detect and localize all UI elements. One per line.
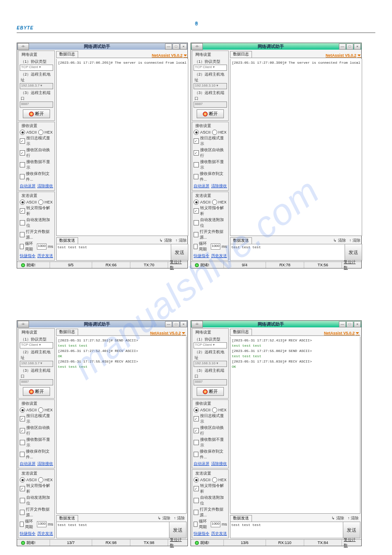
version-link[interactable]: NetAssist V5.0.2⏷ xyxy=(150,331,187,335)
send-check[interactable] xyxy=(194,510,198,515)
send-check[interactable] xyxy=(20,232,25,237)
version-link[interactable]: NetAssist V5.0.2⏷ xyxy=(152,53,188,58)
send-check[interactable] xyxy=(20,220,25,225)
history-link[interactable]: 历史发送 xyxy=(37,253,53,259)
recv-check[interactable] xyxy=(194,452,198,457)
clear-send-button[interactable]: ↳ 清除 xyxy=(330,515,346,521)
ascii-radio[interactable] xyxy=(194,477,199,482)
send-check[interactable] xyxy=(194,220,199,225)
autoscroll-link[interactable]: 自动滚屏 xyxy=(20,183,36,189)
hex-radio[interactable] xyxy=(38,407,43,413)
send-check[interactable]: ✓ xyxy=(194,486,199,491)
loop-check[interactable] xyxy=(20,244,24,249)
disconnect-button[interactable]: 断开 xyxy=(197,109,224,118)
host-input[interactable]: 192.168.3.10 ▾ xyxy=(194,361,227,367)
close-button[interactable]: × xyxy=(354,44,361,50)
recv-check[interactable] xyxy=(20,440,25,445)
disconnect-button[interactable]: 断开 xyxy=(197,387,224,396)
clear-send-button-2[interactable]: ↑ 清除 xyxy=(348,238,362,243)
recv-check[interactable]: ✓ xyxy=(194,150,199,156)
maximize-button[interactable]: □ xyxy=(346,44,353,50)
port-input[interactable]: 8887 xyxy=(194,379,227,385)
recv-check[interactable]: ✓ xyxy=(20,428,25,433)
history-link[interactable]: 历史发送 xyxy=(37,531,53,537)
clear-send-button-2[interactable]: ↑ 清除 xyxy=(172,515,187,521)
port-input[interactable]: 8887 xyxy=(194,102,227,108)
titlebar-menu-icon[interactable]: ·≡· xyxy=(191,321,203,328)
close-button[interactable]: × xyxy=(354,321,361,327)
send-check[interactable] xyxy=(20,498,25,503)
maximize-button[interactable]: □ xyxy=(173,321,180,327)
host-input[interactable]: 192.168.3.7 ▾ xyxy=(20,361,53,367)
loop-interval-input[interactable]: 1000 xyxy=(211,521,220,527)
send-button[interactable]: 发送 xyxy=(171,244,188,260)
loop-check[interactable] xyxy=(194,244,198,249)
titlebar-menu-icon[interactable]: ·≡· xyxy=(18,43,29,50)
autoscroll-link[interactable]: 自动滚屏 xyxy=(20,461,36,467)
reset-count-link[interactable]: 复位计数 xyxy=(168,537,187,548)
ascii-radio[interactable] xyxy=(20,407,25,413)
clear-send-button[interactable]: ↳ 清除 xyxy=(331,238,348,243)
history-link[interactable]: 历史发送 xyxy=(211,531,227,537)
reset-count-link[interactable]: 复位计数 xyxy=(342,537,361,548)
clear-send-button-2[interactable]: ↑ 清除 xyxy=(346,515,360,521)
data-log-tab[interactable]: 数据日志 xyxy=(230,51,252,58)
data-log-tab[interactable]: 数据日志 xyxy=(56,51,78,58)
clear-recv-link[interactable]: 清除接收 xyxy=(211,183,227,189)
send-check[interactable] xyxy=(194,498,199,503)
hex-radio[interactable] xyxy=(38,130,43,135)
send-textarea[interactable]: test test test xyxy=(57,522,169,538)
version-link[interactable]: NetAssist V5.0.2⏷ xyxy=(324,331,360,335)
send-button[interactable]: 发送 xyxy=(169,522,186,538)
protocol-select[interactable]: TCP Client ▾ xyxy=(194,342,227,348)
clear-send-button[interactable]: ↳ 清除 xyxy=(158,238,174,243)
data-send-tab[interactable]: 数据发送 xyxy=(230,515,252,522)
shortcut-link[interactable]: 快捷指令 xyxy=(20,253,36,259)
send-button[interactable]: 发送 xyxy=(343,522,360,538)
hex-radio[interactable] xyxy=(212,407,217,413)
disconnect-button[interactable]: 断开 xyxy=(23,387,50,396)
autoscroll-link[interactable]: 自动滚屏 xyxy=(194,183,209,189)
recv-check[interactable] xyxy=(20,162,25,167)
minimize-button[interactable]: — xyxy=(339,44,346,50)
port-input[interactable]: 8887 xyxy=(20,102,53,108)
data-send-tab[interactable]: 数据发送 xyxy=(230,237,252,244)
ascii-radio[interactable] xyxy=(20,130,25,135)
ascii-radio[interactable] xyxy=(20,477,25,482)
minimize-button[interactable]: — xyxy=(165,321,172,327)
send-textarea[interactable]: test test test xyxy=(57,244,171,260)
hex-radio[interactable] xyxy=(38,200,43,205)
data-log-tab[interactable]: 数据日志 xyxy=(230,329,252,335)
recv-check[interactable] xyxy=(20,174,25,179)
disconnect-button[interactable]: 断开 xyxy=(23,109,50,118)
data-send-tab[interactable]: 数据发送 xyxy=(56,515,78,522)
hex-radio[interactable] xyxy=(212,477,217,482)
maximize-button[interactable]: □ xyxy=(346,321,353,327)
recv-check[interactable] xyxy=(194,162,199,167)
hex-radio[interactable] xyxy=(212,130,217,135)
maximize-button[interactable]: □ xyxy=(173,44,180,50)
recv-check[interactable] xyxy=(194,174,198,179)
ascii-radio[interactable] xyxy=(194,407,199,413)
reset-count-link[interactable]: 复位计数 xyxy=(342,259,361,271)
titlebar[interactable]: ·≡·网络调试助手—□× xyxy=(191,321,361,327)
send-textarea[interactable]: test test test xyxy=(230,244,345,260)
titlebar[interactable]: ·≡·网络调试助手—□× xyxy=(17,43,187,50)
minimize-button[interactable]: — xyxy=(165,44,172,50)
host-input[interactable]: 192.168.3.7 ▾ xyxy=(20,83,53,89)
loop-interval-input[interactable]: 1000 xyxy=(37,243,47,250)
loop-interval-input[interactable]: 1000 xyxy=(211,243,220,250)
shortcut-link[interactable]: 快捷指令 xyxy=(194,531,209,537)
send-check[interactable]: ✓ xyxy=(20,208,25,214)
shortcut-link[interactable]: 快捷指令 xyxy=(194,253,209,259)
send-check[interactable] xyxy=(20,510,25,515)
clear-recv-link[interactable]: 清除接收 xyxy=(211,461,227,467)
loop-check[interactable] xyxy=(20,522,24,527)
send-textarea[interactable]: test test test xyxy=(230,522,343,538)
send-check[interactable] xyxy=(194,232,198,237)
send-check[interactable]: ✓ xyxy=(20,486,25,491)
close-button[interactable]: × xyxy=(180,44,187,50)
send-check[interactable]: ✓ xyxy=(194,208,199,214)
shortcut-link[interactable]: 快捷指令 xyxy=(20,531,36,537)
titlebar-menu-icon[interactable]: ·≡· xyxy=(18,321,29,328)
